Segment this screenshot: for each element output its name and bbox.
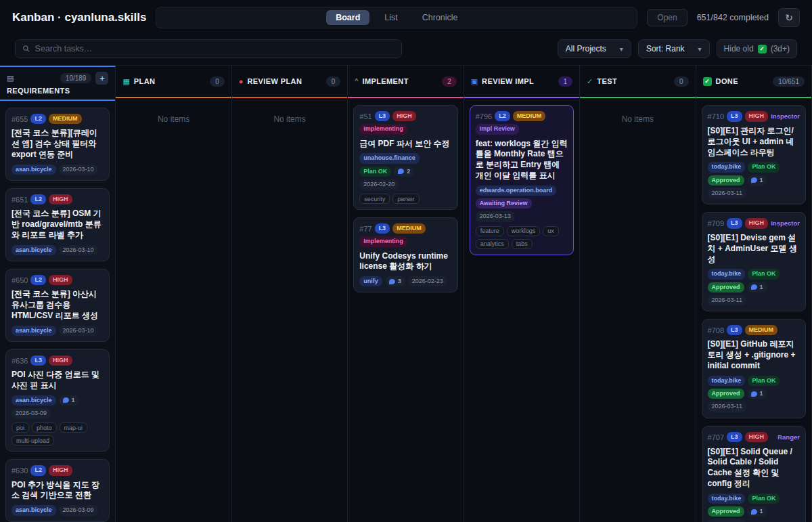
column-implement: ^IMPLEMENT2#51L3HIGHImplementing급여 PDF 파… — [348, 66, 464, 522]
comments-count: 3 — [385, 276, 405, 286]
task-card[interactable]: #630L2HIGHPOI 추가 방식을 지도 장소 검색 기반으로 전환asa… — [5, 459, 110, 521]
open-button[interactable]: Open — [647, 9, 687, 26]
reviewer-badge: Ranger — [777, 432, 800, 443]
task-id: #655 — [12, 115, 28, 123]
check-icon: ✓ — [587, 78, 593, 85]
empty-state: No items — [238, 105, 342, 124]
column-test: ✓TEST0No items — [580, 66, 696, 522]
top-bar: Kanban · cyanluna.skills BoardListChroni… — [0, 0, 812, 35]
tab-list[interactable]: List — [375, 10, 407, 25]
comment-number: 3 — [398, 278, 401, 285]
task-card-header: #710L3HIGHInspector — [708, 111, 800, 122]
priority-badge: MEDIUM — [392, 223, 426, 234]
due-date: 2026-03-09 — [59, 505, 98, 515]
hide-old-label: Hide old — [724, 44, 754, 53]
task-card[interactable]: #651L2HIGH[전국 코스 분류] OSM 기반 road/gravel/… — [5, 188, 110, 261]
tag-pill[interactable]: analytics — [476, 239, 509, 249]
tab-board[interactable]: Board — [326, 10, 369, 25]
add-task-button[interactable]: + — [95, 72, 108, 85]
project-badge[interactable]: asan.bicycle — [12, 395, 56, 406]
priority-badge: HIGH — [745, 111, 769, 121]
task-title: POI 추가 방식을 지도 장소 검색 기반으로 전환 — [12, 480, 104, 502]
priority-badge: HIGH — [745, 218, 769, 228]
due-date: 2026-03-10 — [59, 245, 98, 255]
project-badge[interactable]: unahouse.finance — [359, 153, 420, 163]
refresh-button[interactable]: ↻ — [778, 8, 800, 27]
column-title: PLAN — [134, 77, 156, 85]
task-id: #77 — [359, 225, 371, 233]
priority-badge: HIGH — [49, 355, 72, 366]
task-title: [S0][E1] Solid Queue / Solid Cable / Sol… — [708, 447, 800, 490]
column-count: 0 — [326, 77, 341, 87]
task-card[interactable]: #709L3HIGHInspector[S0][E1] Devise gem 설… — [702, 212, 806, 311]
task-card[interactable]: #710L3HIGHInspector[S0][E1] 관리자 로그인/로그아웃… — [702, 105, 806, 204]
tag-pill[interactable]: photo — [32, 422, 57, 433]
column-header-requirements: ▤10/189+REQUIREMENTS — [0, 67, 115, 101]
empty-state: No items — [585, 105, 690, 124]
level-badge: L3 — [727, 325, 742, 335]
tag-pill[interactable]: parser — [392, 194, 420, 204]
sort-value: Sort: Rank — [646, 44, 685, 53]
level-badge: L3 — [375, 223, 390, 234]
level-badge: L3 — [375, 111, 390, 121]
task-id: #709 — [708, 219, 724, 227]
task-tags: featureworklogsuxanalyticstabs — [476, 226, 568, 249]
level-badge: L2 — [30, 465, 46, 475]
task-card[interactable]: #51L3HIGHImplementing급여 PDF 파서 보안 수정unah… — [353, 105, 457, 210]
task-meta: asan.bicycle2026-03-09 — [12, 505, 104, 515]
approved-badge: Approved — [708, 506, 744, 517]
search-box[interactable] — [15, 39, 402, 58]
project-badge[interactable]: unify — [359, 276, 382, 286]
tab-chronicle[interactable]: Chronicle — [413, 10, 468, 25]
tag-pill[interactable]: ux — [543, 226, 559, 236]
tag-pill[interactable]: poi — [12, 422, 29, 433]
project-filter-select[interactable]: All Projects ▾ — [558, 39, 631, 58]
check-box-icon: ✓ — [703, 77, 712, 86]
project-badge[interactable]: today.bike — [708, 269, 746, 279]
task-card[interactable]: #77L3MEDIUMImplementingUnify Codesys run… — [353, 217, 457, 292]
task-tags: securityparser — [359, 194, 451, 204]
search-input[interactable] — [35, 44, 394, 53]
task-card-header: #77L3MEDIUMImplementing — [359, 223, 451, 247]
project-badge[interactable]: asan.bicycle — [12, 505, 56, 515]
level-badge: L3 — [727, 111, 742, 121]
project-badge[interactable]: asan.bicycle — [12, 326, 56, 336]
level-badge: L2 — [30, 275, 46, 285]
task-card[interactable]: #650L2HIGH[전국 코스 분류] 아산시 유사그룹 검수용 HTML/C… — [5, 269, 110, 342]
hide-old-toggle[interactable]: Hide old ✓ (3d+) — [717, 39, 797, 58]
column-count: 10/651 — [773, 77, 805, 87]
task-meta: unahouse.financePlan OK22026-02-20 — [359, 153, 451, 190]
project-badge[interactable]: today.bike — [708, 494, 746, 504]
column-body: No items — [116, 98, 231, 522]
project-badge[interactable]: today.bike — [708, 376, 746, 386]
sort-select[interactable]: Sort: Rank ▾ — [638, 39, 710, 58]
column-body: #710L3HIGHInspector[S0][E1] 관리자 로그인/로그아웃… — [696, 98, 811, 522]
tag-pill[interactable]: feature — [476, 226, 504, 236]
project-badge[interactable]: asan.bicycle — [12, 245, 56, 255]
due-date: 2026-03-09 — [12, 408, 51, 418]
task-card[interactable]: #708L3MEDIUM[S0][E1] GitHub 레포지토리 생성 + .… — [702, 319, 806, 418]
board: ▤10/189+REQUIREMENTS#655L2MEDIUM[전국 코스 분… — [0, 65, 812, 522]
task-card[interactable]: #707L3HIGHRanger[S0][E1] Solid Queue / S… — [702, 426, 806, 522]
tag-pill[interactable]: map-ui — [60, 422, 88, 433]
project-badge[interactable]: asan.bicycle — [12, 165, 56, 175]
tag-pill[interactable]: worklogs — [507, 226, 541, 236]
task-card[interactable]: #796L2MEDIUMImpl Reviewfeat: worklogs 월간… — [470, 105, 574, 255]
priority-badge: HIGH — [745, 432, 769, 442]
task-card-header: #630L2HIGH — [12, 465, 104, 475]
book-icon: ▣ — [471, 78, 478, 85]
column-count: 0 — [674, 77, 689, 87]
task-card[interactable]: #655L2MEDIUM[전국 코스 분류][큐레이션 앱] 검수 상태 필터와… — [5, 108, 110, 181]
tag-pill[interactable]: security — [359, 194, 390, 204]
task-title: [전국 코스 분류] 아산시 유사그룹 검수용 HTML/CSV 리포트 생성 — [12, 289, 104, 321]
task-card[interactable]: #636L3HIGHPOI 사진 다중 업로드 및 사진 핀 표시asan.bi… — [5, 349, 110, 452]
project-badge[interactable]: today.bike — [708, 162, 746, 172]
task-meta: today.bikePlan OKApproved12026-03-11 — [708, 376, 800, 412]
tag-pill[interactable]: multi-upload — [12, 435, 54, 445]
project-badge[interactable]: edwards.operation.board — [476, 186, 557, 196]
task-card-header: #51L3HIGHImplementing — [359, 111, 451, 135]
task-meta: today.bikePlan OKApproved12026-03-11 — [708, 162, 800, 198]
tag-pill[interactable]: tabs — [512, 239, 533, 249]
task-card-header: #651L2HIGH — [12, 194, 104, 204]
dot-red-icon: ● — [239, 78, 244, 85]
